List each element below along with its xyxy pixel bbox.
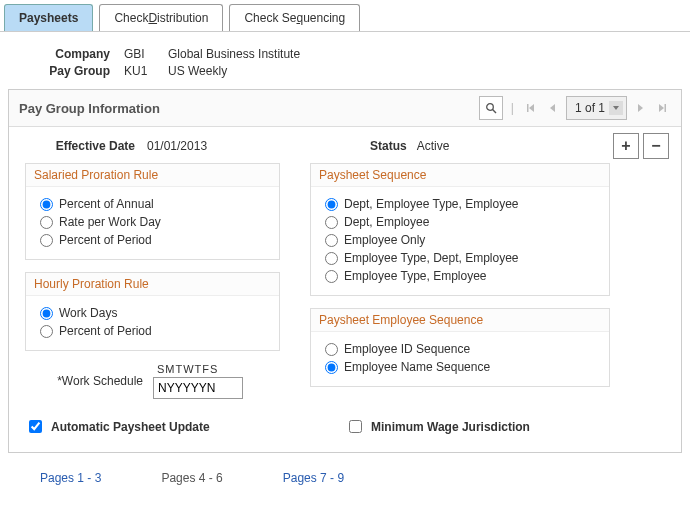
svg-marker-3 bbox=[529, 104, 534, 112]
min-wage-checkbox[interactable] bbox=[349, 420, 362, 433]
work-schedule-input[interactable] bbox=[153, 377, 243, 399]
bottom-checks: Automatic Paysheet Update Minimum Wage J… bbox=[25, 417, 665, 436]
psseq-opt1-label: Dept, Employee Type, Employee bbox=[344, 197, 519, 211]
salaried-radio-3[interactable] bbox=[40, 234, 53, 247]
min-wage-jurisdiction[interactable]: Minimum Wage Jurisdiction bbox=[345, 417, 665, 436]
remove-row-button[interactable]: − bbox=[643, 133, 669, 159]
last-button[interactable] bbox=[653, 96, 671, 120]
svg-marker-6 bbox=[638, 104, 643, 112]
psseq-opt2[interactable]: Dept, Employee bbox=[325, 215, 599, 229]
tab-check-sequencing[interactable]: Check Sequencing bbox=[229, 4, 360, 31]
page-counter-text: 1 of 1 bbox=[575, 101, 605, 115]
first-button[interactable] bbox=[522, 96, 540, 120]
next-button[interactable] bbox=[631, 96, 649, 120]
work-schedule-label: *Work Schedule bbox=[25, 374, 143, 388]
hourly-opt-percent-period[interactable]: Percent of Period bbox=[40, 324, 269, 338]
paysheet-sequence-title: Paysheet Sequence bbox=[311, 164, 609, 187]
panel-body: + − Effective Date 01/01/2013 Salaried P… bbox=[9, 127, 681, 452]
paygroup-desc: US Weekly bbox=[168, 64, 227, 78]
tab-checkdist-ul: D bbox=[148, 11, 157, 25]
svg-marker-4 bbox=[550, 104, 555, 112]
panel-title: Pay Group Information bbox=[19, 101, 479, 116]
psseq-opt4-label: Employee Type, Dept, Employee bbox=[344, 251, 519, 265]
psseq-radio-3[interactable] bbox=[325, 234, 338, 247]
hourly-opt1-label: Work Days bbox=[59, 306, 117, 320]
psseq-opt5[interactable]: Employee Type, Employee bbox=[325, 269, 599, 283]
tab-checkseq-post: uencing bbox=[303, 11, 345, 25]
svg-point-0 bbox=[487, 104, 494, 111]
status-value: Active bbox=[417, 139, 450, 153]
psemp-opt1-label: Employee ID Sequence bbox=[344, 342, 470, 356]
svg-rect-8 bbox=[665, 104, 667, 112]
company-desc: Global Business Institute bbox=[168, 47, 300, 61]
tab-checkdist-post: istribution bbox=[157, 11, 208, 25]
effective-date-value: 01/01/2013 bbox=[147, 139, 207, 153]
add-row-button[interactable]: + bbox=[613, 133, 639, 159]
effective-date-label: Effective Date bbox=[25, 139, 135, 153]
add-remove-row: + − bbox=[613, 133, 669, 159]
salaried-opt-rate-per-workday[interactable]: Rate per Work Day bbox=[40, 215, 269, 229]
psemp-radio-2[interactable] bbox=[325, 361, 338, 374]
psseq-radio-2[interactable] bbox=[325, 216, 338, 229]
psemp-opt2[interactable]: Employee Name Sequence bbox=[325, 360, 599, 374]
auto-paysheet-label: Automatic Paysheet Update bbox=[51, 420, 210, 434]
tab-checkseq-pre: Check Se bbox=[244, 11, 296, 25]
auto-paysheet-checkbox[interactable] bbox=[29, 420, 42, 433]
psseq-opt5-label: Employee Type, Employee bbox=[344, 269, 487, 283]
company-label: Company bbox=[30, 47, 110, 61]
hourly-opt2-label: Percent of Period bbox=[59, 324, 152, 338]
prev-icon bbox=[548, 103, 558, 113]
tab-check-distribution[interactable]: CheckDistribution bbox=[99, 4, 223, 31]
svg-rect-2 bbox=[527, 104, 529, 112]
work-schedule-legend: SMTWTFS bbox=[153, 363, 218, 375]
pages-1-3-link[interactable]: Pages 1 - 3 bbox=[40, 471, 101, 485]
psseq-opt1[interactable]: Dept, Employee Type, Employee bbox=[325, 197, 599, 211]
svg-marker-7 bbox=[659, 104, 664, 112]
pages-4-6-current: Pages 4 - 6 bbox=[161, 471, 222, 485]
first-icon bbox=[526, 103, 536, 113]
auto-paysheet-update[interactable]: Automatic Paysheet Update bbox=[25, 417, 345, 436]
psemp-radio-1[interactable] bbox=[325, 343, 338, 356]
salaried-opt-percent-period[interactable]: Percent of Period bbox=[40, 233, 269, 247]
salaried-proration-group: Salaried Proration Rule Percent of Annua… bbox=[25, 163, 280, 260]
next-icon bbox=[635, 103, 645, 113]
panel-header: Pay Group Information | bbox=[9, 90, 681, 127]
psseq-radio-1[interactable] bbox=[325, 198, 338, 211]
svg-marker-5 bbox=[613, 106, 619, 110]
tab-checkdist-pre: Check bbox=[114, 11, 148, 25]
hourly-radio-2[interactable] bbox=[40, 325, 53, 338]
psseq-opt2-label: Dept, Employee bbox=[344, 215, 429, 229]
psseq-opt3[interactable]: Employee Only bbox=[325, 233, 599, 247]
paysheet-emp-sequence-title: Paysheet Employee Sequence bbox=[311, 309, 609, 332]
paygroup-label: Pay Group bbox=[30, 64, 110, 78]
tab-paysheets-label: Paysheets bbox=[19, 11, 78, 25]
psseq-radio-5[interactable] bbox=[325, 270, 338, 283]
hourly-proration-group: Hourly Proration Rule Work Days Percent … bbox=[25, 272, 280, 351]
status-label: Status bbox=[370, 139, 407, 153]
psemp-opt1[interactable]: Employee ID Sequence bbox=[325, 342, 599, 356]
salaried-radio-2[interactable] bbox=[40, 216, 53, 229]
psemp-opt2-label: Employee Name Sequence bbox=[344, 360, 490, 374]
grid-nav: | 1 of 1 bbox=[479, 96, 671, 120]
pager-links: Pages 1 - 3 Pages 4 - 6 Pages 7 - 9 bbox=[0, 453, 690, 503]
salaried-proration-title: Salaried Proration Rule bbox=[26, 164, 279, 187]
psseq-opt4[interactable]: Employee Type, Dept, Employee bbox=[325, 251, 599, 265]
prev-button[interactable] bbox=[544, 96, 562, 120]
hourly-radio-1[interactable] bbox=[40, 307, 53, 320]
last-icon bbox=[657, 103, 667, 113]
tab-paysheets[interactable]: Paysheets bbox=[4, 4, 93, 31]
find-button[interactable] bbox=[479, 96, 503, 120]
psseq-opt3-label: Employee Only bbox=[344, 233, 425, 247]
svg-line-1 bbox=[492, 110, 495, 113]
psseq-radio-4[interactable] bbox=[325, 252, 338, 265]
salaried-opt-percent-annual[interactable]: Percent of Annual bbox=[40, 197, 269, 211]
salaried-radio-1[interactable] bbox=[40, 198, 53, 211]
hourly-opt-workdays[interactable]: Work Days bbox=[40, 306, 269, 320]
page-indicator[interactable]: 1 of 1 bbox=[566, 96, 627, 120]
chevron-down-icon bbox=[609, 101, 623, 115]
paygroup-info-panel: Pay Group Information | bbox=[8, 89, 682, 453]
min-wage-label: Minimum Wage Jurisdiction bbox=[371, 420, 530, 434]
header-block: Company GBI Global Business Institute Pa… bbox=[0, 32, 690, 89]
pages-7-9-link[interactable]: Pages 7 - 9 bbox=[283, 471, 344, 485]
salaried-opt1-label: Percent of Annual bbox=[59, 197, 154, 211]
